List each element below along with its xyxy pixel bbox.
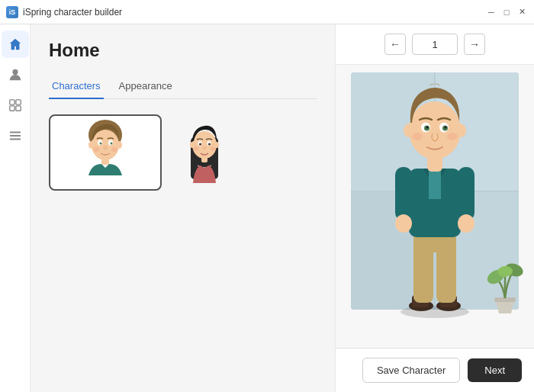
svg-point-57 (447, 133, 458, 140)
window-title: iSpring character builder (23, 7, 122, 18)
sidebar-item-person[interactable] (2, 61, 29, 88)
female-character-preview (178, 118, 231, 187)
right-panel: ← → (336, 24, 534, 392)
window-controls: ─ □ ✕ (485, 6, 528, 18)
page-number-input[interactable] (412, 34, 458, 55)
svg-point-23 (199, 143, 201, 146)
next-button[interactable]: Next (468, 358, 522, 382)
svg-point-29 (194, 147, 199, 151)
svg-point-53 (445, 126, 447, 128)
sidebar (0, 24, 31, 392)
svg-rect-16 (101, 159, 109, 165)
shapes-icon (8, 98, 22, 112)
minimize-button[interactable]: ─ (485, 6, 497, 18)
prev-page-button[interactable]: ← (384, 34, 406, 55)
layers-icon (8, 129, 22, 143)
main-content: Home Characters Appearance (31, 24, 534, 392)
svg-rect-42 (395, 167, 412, 220)
svg-point-13 (111, 143, 113, 145)
app-icon: iS (6, 6, 18, 18)
svg-point-0 (12, 69, 18, 75)
maximize-button[interactable]: □ (500, 6, 513, 18)
svg-point-43 (395, 214, 412, 233)
character-full-body (374, 77, 496, 321)
footer-bar: Save Character Next (336, 348, 534, 392)
svg-point-15 (116, 141, 122, 149)
character-card-male[interactable] (49, 114, 162, 191)
person-icon (8, 68, 22, 82)
svg-rect-2 (15, 100, 20, 104)
next-page-button[interactable]: → (464, 34, 485, 55)
male-character-preview (60, 118, 151, 187)
sidebar-item-home[interactable] (2, 31, 29, 58)
svg-point-12 (100, 143, 102, 145)
svg-point-45 (458, 214, 474, 233)
close-button[interactable]: ✕ (516, 6, 528, 18)
title-bar: iS iSpring character builder ─ □ ✕ (0, 0, 534, 24)
pagination: ← → (336, 24, 534, 65)
svg-point-14 (88, 141, 95, 149)
svg-rect-7 (9, 139, 20, 140)
character-grid (49, 114, 317, 191)
sidebar-item-shapes[interactable] (2, 92, 29, 119)
svg-rect-1 (9, 100, 14, 104)
svg-rect-27 (201, 157, 207, 162)
page-title: Home (49, 40, 317, 61)
svg-point-56 (412, 133, 423, 140)
tabs: Characters Appearance (49, 73, 317, 99)
svg-point-17 (93, 147, 99, 152)
svg-point-24 (208, 143, 211, 146)
svg-rect-5 (9, 132, 20, 133)
svg-rect-6 (9, 135, 20, 137)
title-bar-left: iS iSpring character builder (6, 6, 122, 18)
svg-point-26 (214, 142, 219, 148)
svg-point-47 (409, 101, 461, 159)
svg-point-25 (190, 142, 195, 148)
tab-appearance[interactable]: Appearance (116, 74, 175, 99)
svg-rect-44 (458, 167, 474, 220)
svg-rect-3 (9, 106, 14, 111)
app-body: Home Characters Appearance (0, 24, 534, 392)
svg-point-18 (111, 147, 117, 152)
sidebar-item-layers[interactable] (2, 122, 29, 149)
preview-area (336, 65, 534, 348)
left-panel: Home Characters Appearance (31, 24, 336, 392)
tab-characters[interactable]: Characters (49, 74, 104, 99)
svg-point-30 (211, 147, 216, 151)
svg-point-52 (426, 126, 429, 128)
home-icon (8, 37, 22, 51)
svg-rect-41 (429, 169, 441, 199)
character-card-female[interactable] (174, 114, 235, 191)
svg-rect-4 (15, 106, 20, 111)
save-character-button[interactable]: Save Character (362, 358, 460, 383)
